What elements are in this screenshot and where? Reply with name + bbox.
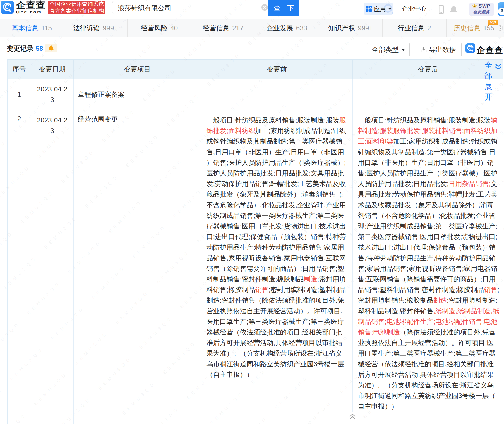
diff-changed-text: 制造: [304, 275, 317, 283]
grid-icon: [366, 6, 372, 12]
bell-icon: [450, 5, 457, 13]
watermark-text: EEMU3QD: [0, 386, 4, 422]
search-input-value: 浪莎针织有限公司: [118, 4, 171, 13]
navbar: 企查查 Qcc.com 全国企业信用查询系统 官方备案企业征信机构 浪莎针织有限…: [0, 0, 504, 19]
tab-count: 115: [41, 24, 52, 32]
nav-divider: [397, 4, 397, 11]
expand-all-button[interactable]: 全部展开: [484, 60, 493, 102]
tab-行业信息[interactable]: 行业信息2: [383, 19, 447, 37]
bell-icon: [49, 45, 54, 51]
gov-badge-line1: 全国企业信用查询系统: [48, 1, 105, 8]
col-header-index: 序号: [8, 60, 31, 79]
tab-企业发展[interactable]: 企业发展633: [255, 19, 319, 37]
download-icon: [421, 46, 427, 53]
phone-icon: [439, 5, 444, 14]
diff-text: （除依法须经批准的项目外,凭营业执照依法自主开展经营活动）。许可项目:医用口罩生…: [358, 328, 495, 410]
row2-after: 一般项目:针纺织品及原料销售;服装制造;服装辅料制造;服装服饰批发;服装辅料销售…: [352, 110, 503, 412]
customer-service-mascot-icon[interactable]: [498, 2, 504, 16]
logo-subtitle: Qcc.com: [16, 10, 47, 14]
row1-item: 章程修正案备案: [73, 79, 201, 110]
svip-sublabel: 会员服务: [473, 9, 490, 15]
diff-changed-text: 销售: [255, 286, 268, 293]
page: 企查查 Qcc.com 全国企业信用查询系统 官方备案企业征信机构 浪莎针织有限…: [0, 0, 504, 424]
qcc-logo-icon[interactable]: [1, 1, 14, 14]
section-title-text: 变更记录: [7, 45, 33, 52]
apps-menu[interactable]: 应用: [364, 3, 393, 15]
row2-before-text: 一般项目:针纺织品及原料销售;服装制造;服装服饰批发;面料纺织加工;家用纺织制成…: [207, 115, 347, 380]
crown-icon: [472, 4, 477, 8]
info-icon[interactable]: [498, 25, 503, 31]
watermark-text: EEMU3QD: [0, 48, 1, 83]
col-header-before: 变更前: [201, 60, 352, 79]
col-header-date: 变更日期: [31, 60, 73, 79]
export-label: 导出数据: [429, 45, 456, 54]
tab-label: 法律诉讼: [73, 24, 100, 33]
mascot-eye-highlight: [501, 10, 502, 11]
tab-历史信息[interactable]: 历史信息155VIP: [447, 19, 504, 37]
diff-changed-text: 销售: [484, 286, 497, 293]
tab-count: 40: [170, 24, 178, 32]
diff-text: 文具用品批发;劳动保护用品销售;鞋帽批发;工艺美术品及收藏品批发（象牙及其制品除…: [358, 180, 497, 293]
qcc-brand-icon: [465, 43, 475, 53]
tab-label: 行业信息: [398, 24, 424, 33]
search-button[interactable]: 查一下: [268, 0, 299, 16]
svip-member-service[interactable]: SVIP 会员服务: [469, 3, 494, 16]
diff-columns: 一般项目:针纺织品及原料销售;服装制造;服装服饰批发;面料纺织加工;家用纺织制成…: [201, 110, 504, 412]
search-clear-icon[interactable]: [261, 4, 268, 11]
qcc-logo-text[interactable]: 企查查 Qcc.com: [16, 0, 47, 14]
col-header-item: 变更项目: [73, 60, 201, 79]
tab-经营信息[interactable]: 经营信息217: [191, 19, 255, 37]
expand-all-chevron-down-icon[interactable]: [495, 62, 502, 71]
vip-tag: VIP: [488, 20, 498, 25]
clear-x-icon: [261, 4, 268, 11]
row2-item: 经营范围变更: [73, 110, 201, 424]
tab-label: 经营信息: [203, 24, 229, 33]
section-title: 变更记录58: [7, 44, 43, 53]
tab-bar: 基本信息115法律诉讼999+经营风险40经营信息217企业发展633知识产权9…: [0, 19, 504, 37]
filter-type-dropdown[interactable]: 全部类型: [367, 43, 410, 56]
tab-法律诉讼[interactable]: 法律诉讼999+: [64, 19, 128, 37]
nav-divider: [465, 4, 465, 11]
change-alert-bell-button[interactable]: [45, 44, 57, 52]
table-header-row: 序号 变更日期 变更项目 变更前 变更后: [8, 60, 503, 79]
watermark-text: EEMU3QD: [0, 139, 8, 174]
filter-caret-icon: [402, 49, 405, 51]
tab-label: 经营风险: [141, 24, 167, 33]
diff-text: 一般项目:针纺织品及原料销售;服装制造;服装: [207, 116, 339, 124]
tab-label: 历史信息: [453, 24, 480, 33]
notification-bell-icon[interactable]: [450, 5, 457, 13]
row2-date: 2023-04-23: [31, 110, 73, 424]
diff-changed-text: 制造: [433, 297, 447, 304]
qcc-brand-spiral-icon: [465, 43, 475, 53]
export-data-button[interactable]: 导出数据: [415, 43, 462, 56]
qcc-logo-spiral-icon: [1, 1, 14, 14]
row1-before-text: -: [207, 89, 352, 100]
svip-label: SVIP: [479, 3, 490, 9]
apps-grid-icon: [366, 6, 372, 12]
double-chevron-down-icon: [495, 62, 502, 71]
gov-badge-line2: 官方备案企业征信机构: [48, 8, 105, 14]
table-row: 1 2023-04-23 章程修正案备案 - -: [8, 79, 503, 110]
filter-type-label: 全部类型: [372, 45, 399, 54]
apps-caret-icon: [388, 8, 392, 10]
tab-label: 企业发展: [267, 24, 293, 33]
qcc-brand-text: 企查查: [476, 44, 503, 56]
diff-text: 一般项目:针纺织品及原料销售;服装制造;服装: [358, 116, 491, 124]
apps-label: 应用: [374, 5, 386, 14]
collapse-row-button[interactable]: [201, 412, 504, 424]
section-count: 58: [36, 45, 43, 52]
tab-经营风险[interactable]: 经营风险40: [128, 19, 191, 37]
gov-badge: 全国企业信用查询系统 官方备案企业征信机构: [48, 1, 105, 14]
diff-text: -: [207, 91, 209, 98]
tab-知识产权[interactable]: 知识产权999+: [319, 19, 383, 37]
enterprise-center-link[interactable]: 企业中心: [402, 4, 426, 13]
diff-text: 加工;家用纺织制成品制造;针织或钩针编织物及其制品制造;第一类医疗器械销售;日用…: [207, 127, 346, 283]
table-row: 2 2023-04-23 经营范围变更 一般项目:针纺织品及原料销售;服装制造;…: [8, 110, 503, 424]
row2-after-text: 一般项目:针纺织品及原料销售;服装制造;服装辅料制造;服装服饰批发;服装辅料销售…: [358, 115, 500, 412]
tab-count: 217: [232, 24, 243, 32]
mobile-app-icon[interactable]: [439, 5, 444, 14]
row2-index: 2: [8, 110, 31, 424]
tab-label: 知识产权: [328, 24, 355, 33]
row1-date: 2023-04-23: [31, 79, 73, 110]
tab-基本信息[interactable]: 基本信息115: [0, 19, 64, 37]
